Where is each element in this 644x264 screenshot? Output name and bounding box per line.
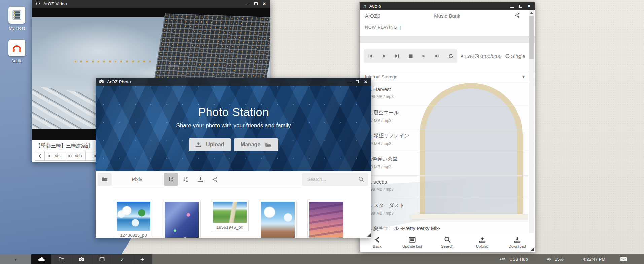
manage-button[interactable]: Manage — [234, 138, 279, 151]
sort-ascending-button[interactable]: AZ — [164, 173, 178, 186]
hero-title: Photo Station — [96, 105, 371, 119]
folder-button[interactable] — [98, 173, 112, 186]
download-button[interactable]: Download — [500, 233, 535, 252]
clock-label: 4:22:47 PM — [583, 257, 606, 262]
share-button[interactable] — [208, 173, 222, 186]
track-row[interactable]: 02. 夏空エール -Pretty Perky Mix- — [360, 222, 528, 233]
photo-window-titlebar[interactable]: ArOZ Photo × — [96, 78, 371, 86]
taskbar-collapse-button[interactable]: ▾ — [0, 254, 31, 264]
maximize-button[interactable] — [254, 2, 258, 6]
video-back-button[interactable] — [35, 151, 45, 161]
video-window-title: ArOZ Video — [43, 1, 67, 6]
seek-bar[interactable] — [360, 36, 535, 43]
upload-label: Upload — [206, 142, 224, 148]
taskbar-video-button[interactable] — [92, 254, 112, 264]
sort-descending-button[interactable]: ZA — [179, 173, 193, 186]
current-folder-label: Pixiv — [112, 171, 162, 187]
track-list: 01. Harvest 10.93 MB / mp3 01. 夏空エール 9.3… — [360, 83, 528, 233]
folder-icon — [102, 177, 108, 182]
resize-grip[interactable] — [367, 233, 371, 237]
video-building — [153, 13, 270, 88]
desktop-icon-audio[interactable]: Audio — [5, 40, 29, 63]
usb-label: USB Hub — [509, 257, 528, 262]
volume-down-icon[interactable] — [417, 49, 431, 63]
minimize-button[interactable] — [347, 80, 351, 84]
photo-card[interactable] — [259, 200, 297, 238]
photo-card[interactable] — [307, 200, 345, 238]
loop-mode-indicator[interactable]: Single — [505, 49, 525, 63]
maximize-button[interactable] — [518, 4, 523, 9]
scrollbar-up-arrow[interactable] — [529, 10, 534, 15]
speaker-icon — [547, 257, 552, 261]
audio-window-titlebar[interactable]: ♫ Audio × — [360, 2, 535, 10]
audio-window: ♫ Audio × ArOZβ Music Bank NOW PLAYING |… — [359, 2, 535, 252]
volume-tray-item[interactable]: 15% — [547, 257, 563, 262]
chevron-left-icon — [374, 237, 380, 243]
close-button[interactable]: × — [262, 2, 267, 6]
chevron-down-icon: ▾ — [14, 257, 17, 262]
download-button[interactable] — [193, 173, 207, 186]
taskbar-add-button[interactable]: + — [132, 254, 152, 264]
maximize-button[interactable] — [355, 80, 360, 84]
close-button[interactable]: × — [527, 4, 531, 9]
server-icon — [8, 7, 25, 24]
track-row[interactable]: 01. Harvest 10.93 MB / mp3 — [360, 83, 528, 106]
time-indicator: 0:00/0:00 — [474, 49, 502, 63]
plus-icon: + — [140, 256, 144, 262]
photo-card[interactable] — [163, 200, 201, 238]
video-window-titlebar[interactable]: ArOZ Video × — [32, 0, 270, 8]
desktop-icon-label: My Host — [5, 26, 29, 31]
track-row[interactable]: 02. スターダスト 12.39 MB / mp3 — [360, 199, 528, 222]
photo-toolbar: Pixiv AZ ZA — [96, 171, 371, 187]
next-track-button[interactable] — [390, 49, 404, 63]
photo-thumbnail — [165, 202, 199, 238]
taskbar-music-button[interactable]: ♪ — [112, 254, 132, 264]
upload-button[interactable]: Upload — [189, 138, 231, 151]
storage-select[interactable]: Internal Storage ▾ — [360, 71, 535, 83]
video-lights — [75, 61, 153, 62]
taskbar-cloud-button[interactable] — [31, 254, 51, 264]
list-icon — [409, 237, 416, 243]
stop-button[interactable] — [404, 49, 417, 63]
track-row[interactable]: 01. 夏空エール 9.37 MB / mp3 — [360, 106, 528, 129]
search-button[interactable]: Search — [430, 233, 465, 252]
desktop-icon-my-host[interactable]: My Host — [5, 7, 29, 31]
photo-card[interactable]: 18561946_p0 — [211, 200, 249, 232]
mail-tray-item[interactable] — [620, 257, 627, 262]
play-button[interactable] — [377, 49, 391, 63]
upload-button[interactable]: Upload — [465, 233, 500, 252]
scrollbar-thumb[interactable] — [529, 16, 534, 59]
taskbar-files-button[interactable] — [51, 254, 72, 264]
search-box — [302, 173, 368, 186]
volume-indicator: ◀ 15% — [460, 49, 474, 63]
minimize-button[interactable] — [245, 2, 250, 6]
audio-header-row: ArOZβ Music Bank — [360, 10, 535, 23]
chevron-down-icon: ▾ — [522, 74, 525, 79]
search-icon — [358, 176, 364, 182]
usb-icon — [499, 257, 507, 261]
volume-up-icon[interactable] — [431, 49, 444, 63]
volume-down-button[interactable]: Vol- — [44, 151, 65, 161]
track-row[interactable]: 01.色違いの翼 9.63 MB / mp3 — [360, 152, 528, 176]
photo-thumbnail — [261, 202, 295, 238]
resize-grip[interactable] — [530, 247, 534, 251]
photo-card[interactable]: 12436825_p0 — [115, 200, 152, 238]
track-row[interactable]: 02. seeds 12.99 MB / mp3 — [360, 176, 528, 199]
taskbar-photo-button[interactable] — [72, 254, 92, 264]
volume-up-button[interactable]: Vol+ — [65, 151, 86, 161]
repeat-icon[interactable] — [444, 49, 457, 63]
time-value: 0:00/0:00 — [480, 53, 502, 59]
download-icon — [197, 177, 203, 182]
taskbar-apps: ♪ + — [31, 254, 152, 264]
track-row[interactable]: 01. 希望リフレイン 9.09 MB / mp3 — [360, 129, 528, 152]
share-icon[interactable] — [514, 13, 520, 19]
speaker-triangle-icon: ◀ — [460, 55, 463, 58]
usb-tray-item[interactable]: USB Hub — [499, 257, 528, 262]
update-list-button[interactable]: Update List — [395, 233, 430, 252]
clock-tray-item[interactable]: 4:22:47 PM — [583, 257, 606, 262]
minimize-button[interactable] — [510, 4, 514, 9]
previous-track-button[interactable] — [364, 49, 377, 63]
photo-hero: ArOZ Photo × Photo Station Share your ph… — [96, 78, 371, 171]
scrollbar[interactable] — [529, 10, 534, 233]
close-button[interactable]: × — [363, 80, 368, 84]
